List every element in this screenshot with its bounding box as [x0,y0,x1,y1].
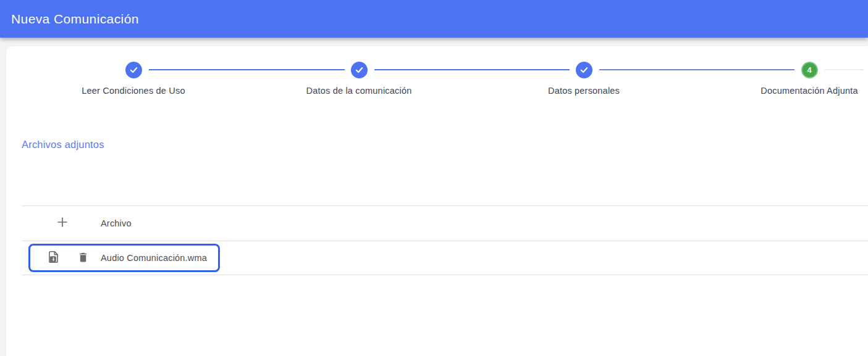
step-documentacion-adjunta[interactable]: 4 Documentación Adjunta [717,62,868,96]
wizard-stepper: Leer Condiciones de Uso Datos de la comu… [6,46,868,120]
step-active-badge: 4 [801,62,818,78]
file-download-icon [47,250,60,265]
add-file-button[interactable] [53,214,72,233]
step-leer-condiciones[interactable]: Leer Condiciones de Uso [41,62,226,96]
check-icon [129,65,138,75]
attachment-file-row[interactable]: Audio Comunicación.wma [22,241,868,275]
step-label: Documentación Adjunta [717,86,868,96]
section-title-archivos-adjuntos: Archivos adjuntos [22,139,104,151]
step-completed-badge [125,62,142,78]
column-header-archivo: Archivo [101,218,132,228]
check-icon [579,65,589,75]
trash-icon [77,251,89,265]
file-name: Audio Comunicación.wma [101,253,207,263]
check-icon [355,65,364,75]
step-label: Leer Condiciones de Uso [41,86,226,96]
step-datos-personales[interactable]: Datos personales [491,62,676,96]
delete-file-button[interactable] [74,249,92,267]
download-file-button[interactable] [44,249,62,267]
step-completed-badge [351,62,368,78]
app-bar: Nueva Comunicación [0,0,868,38]
page-title: Nueva Comunicación [0,12,139,27]
step-completed-badge [576,62,592,78]
plus-icon [56,215,69,231]
step-label: Datos personales [491,86,676,96]
table-divider [22,275,868,275]
wizard-card: Leer Condiciones de Uso Datos de la comu… [6,46,868,356]
attachment-add-row: Archivo [22,205,868,241]
step-datos-comunicacion[interactable]: Datos de la comunicación [266,62,452,96]
step-label: Datos de la comunicación [266,86,452,96]
